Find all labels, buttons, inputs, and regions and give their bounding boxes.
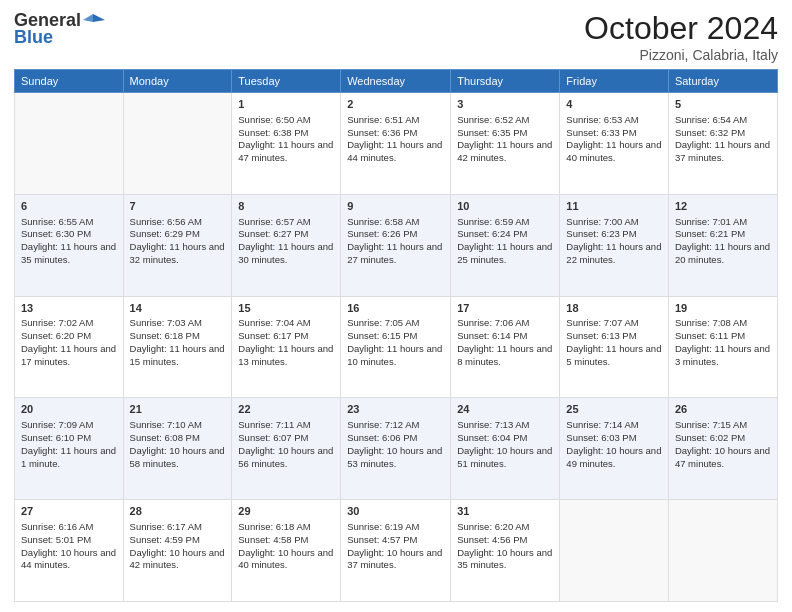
day-number: 18 xyxy=(566,301,662,316)
sunrise-text: Sunrise: 6:18 AM xyxy=(238,521,310,532)
day-number: 5 xyxy=(675,97,771,112)
daylight-text: Daylight: 11 hours and 15 minutes. xyxy=(130,343,225,367)
calendar-header-row: SundayMondayTuesdayWednesdayThursdayFrid… xyxy=(15,70,778,93)
daylight-text: Daylight: 11 hours and 32 minutes. xyxy=(130,241,225,265)
calendar-cell: 24Sunrise: 7:13 AMSunset: 6:04 PMDayligh… xyxy=(451,398,560,500)
day-number: 7 xyxy=(130,199,226,214)
sunset-text: Sunset: 6:08 PM xyxy=(130,432,200,443)
daylight-text: Daylight: 10 hours and 37 minutes. xyxy=(347,547,442,571)
day-number: 3 xyxy=(457,97,553,112)
sunrise-text: Sunrise: 6:16 AM xyxy=(21,521,93,532)
day-number: 20 xyxy=(21,402,117,417)
day-number: 15 xyxy=(238,301,334,316)
sunset-text: Sunset: 6:03 PM xyxy=(566,432,636,443)
day-number: 10 xyxy=(457,199,553,214)
sunrise-text: Sunrise: 6:52 AM xyxy=(457,114,529,125)
daylight-text: Daylight: 10 hours and 53 minutes. xyxy=(347,445,442,469)
sunset-text: Sunset: 4:57 PM xyxy=(347,534,417,545)
calendar-cell: 10Sunrise: 6:59 AMSunset: 6:24 PMDayligh… xyxy=(451,194,560,296)
day-number: 14 xyxy=(130,301,226,316)
sunrise-text: Sunrise: 7:11 AM xyxy=(238,419,310,430)
daylight-text: Daylight: 11 hours and 37 minutes. xyxy=(675,139,770,163)
sunset-text: Sunset: 6:35 PM xyxy=(457,127,527,138)
day-number: 2 xyxy=(347,97,444,112)
daylight-text: Daylight: 10 hours and 56 minutes. xyxy=(238,445,333,469)
sunset-text: Sunset: 6:11 PM xyxy=(675,330,745,341)
day-number: 28 xyxy=(130,504,226,519)
day-number: 26 xyxy=(675,402,771,417)
daylight-text: Daylight: 11 hours and 27 minutes. xyxy=(347,241,442,265)
calendar-header-friday: Friday xyxy=(560,70,669,93)
sunset-text: Sunset: 6:32 PM xyxy=(675,127,745,138)
sunrise-text: Sunrise: 6:57 AM xyxy=(238,216,310,227)
calendar-cell: 21Sunrise: 7:10 AMSunset: 6:08 PMDayligh… xyxy=(123,398,232,500)
sunrise-text: Sunrise: 6:59 AM xyxy=(457,216,529,227)
daylight-text: Daylight: 11 hours and 47 minutes. xyxy=(238,139,333,163)
sunrise-text: Sunrise: 7:00 AM xyxy=(566,216,638,227)
daylight-text: Daylight: 10 hours and 51 minutes. xyxy=(457,445,552,469)
sunset-text: Sunset: 6:14 PM xyxy=(457,330,527,341)
day-number: 29 xyxy=(238,504,334,519)
sunrise-text: Sunrise: 7:13 AM xyxy=(457,419,529,430)
svg-marker-0 xyxy=(93,14,105,22)
sunset-text: Sunset: 6:20 PM xyxy=(21,330,91,341)
calendar-cell: 23Sunrise: 7:12 AMSunset: 6:06 PMDayligh… xyxy=(341,398,451,500)
daylight-text: Daylight: 10 hours and 47 minutes. xyxy=(675,445,770,469)
sunset-text: Sunset: 6:07 PM xyxy=(238,432,308,443)
sunrise-text: Sunrise: 6:55 AM xyxy=(21,216,93,227)
sunset-text: Sunset: 6:33 PM xyxy=(566,127,636,138)
calendar-cell: 20Sunrise: 7:09 AMSunset: 6:10 PMDayligh… xyxy=(15,398,124,500)
calendar-cell: 18Sunrise: 7:07 AMSunset: 6:13 PMDayligh… xyxy=(560,296,669,398)
day-number: 17 xyxy=(457,301,553,316)
daylight-text: Daylight: 10 hours and 40 minutes. xyxy=(238,547,333,571)
daylight-text: Daylight: 11 hours and 35 minutes. xyxy=(21,241,116,265)
sunrise-text: Sunrise: 7:06 AM xyxy=(457,317,529,328)
day-number: 12 xyxy=(675,199,771,214)
calendar-week-4: 20Sunrise: 7:09 AMSunset: 6:10 PMDayligh… xyxy=(15,398,778,500)
daylight-text: Daylight: 11 hours and 17 minutes. xyxy=(21,343,116,367)
calendar-cell: 9Sunrise: 6:58 AMSunset: 6:26 PMDaylight… xyxy=(341,194,451,296)
calendar-cell: 31Sunrise: 6:20 AMSunset: 4:56 PMDayligh… xyxy=(451,500,560,602)
daylight-text: Daylight: 11 hours and 30 minutes. xyxy=(238,241,333,265)
sunrise-text: Sunrise: 6:51 AM xyxy=(347,114,419,125)
sunset-text: Sunset: 6:13 PM xyxy=(566,330,636,341)
sunset-text: Sunset: 6:36 PM xyxy=(347,127,417,138)
daylight-text: Daylight: 11 hours and 8 minutes. xyxy=(457,343,552,367)
day-number: 23 xyxy=(347,402,444,417)
day-number: 9 xyxy=(347,199,444,214)
calendar-cell: 5Sunrise: 6:54 AMSunset: 6:32 PMDaylight… xyxy=(668,93,777,195)
calendar-week-5: 27Sunrise: 6:16 AMSunset: 5:01 PMDayligh… xyxy=(15,500,778,602)
calendar-week-2: 6Sunrise: 6:55 AMSunset: 6:30 PMDaylight… xyxy=(15,194,778,296)
title-block: October 2024 Pizzoni, Calabria, Italy xyxy=(584,10,778,63)
daylight-text: Daylight: 11 hours and 10 minutes. xyxy=(347,343,442,367)
calendar-cell: 6Sunrise: 6:55 AMSunset: 6:30 PMDaylight… xyxy=(15,194,124,296)
calendar-cell: 2Sunrise: 6:51 AMSunset: 6:36 PMDaylight… xyxy=(341,93,451,195)
calendar-cell: 26Sunrise: 7:15 AMSunset: 6:02 PMDayligh… xyxy=(668,398,777,500)
sunset-text: Sunset: 6:04 PM xyxy=(457,432,527,443)
calendar-cell xyxy=(15,93,124,195)
daylight-text: Daylight: 11 hours and 20 minutes. xyxy=(675,241,770,265)
daylight-text: Daylight: 10 hours and 44 minutes. xyxy=(21,547,116,571)
calendar-cell: 12Sunrise: 7:01 AMSunset: 6:21 PMDayligh… xyxy=(668,194,777,296)
calendar-cell: 3Sunrise: 6:52 AMSunset: 6:35 PMDaylight… xyxy=(451,93,560,195)
sunset-text: Sunset: 6:38 PM xyxy=(238,127,308,138)
sunrise-text: Sunrise: 7:04 AM xyxy=(238,317,310,328)
calendar-cell: 16Sunrise: 7:05 AMSunset: 6:15 PMDayligh… xyxy=(341,296,451,398)
sunrise-text: Sunrise: 7:12 AM xyxy=(347,419,419,430)
calendar-header-thursday: Thursday xyxy=(451,70,560,93)
sunset-text: Sunset: 6:17 PM xyxy=(238,330,308,341)
calendar-cell: 30Sunrise: 6:19 AMSunset: 4:57 PMDayligh… xyxy=(341,500,451,602)
sunrise-text: Sunrise: 7:07 AM xyxy=(566,317,638,328)
calendar-cell: 28Sunrise: 6:17 AMSunset: 4:59 PMDayligh… xyxy=(123,500,232,602)
daylight-text: Daylight: 10 hours and 42 minutes. xyxy=(130,547,225,571)
svg-marker-1 xyxy=(83,14,93,22)
day-number: 27 xyxy=(21,504,117,519)
sunrise-text: Sunrise: 7:14 AM xyxy=(566,419,638,430)
day-number: 4 xyxy=(566,97,662,112)
calendar-header-monday: Monday xyxy=(123,70,232,93)
daylight-text: Daylight: 11 hours and 5 minutes. xyxy=(566,343,661,367)
location: Pizzoni, Calabria, Italy xyxy=(584,47,778,63)
day-number: 22 xyxy=(238,402,334,417)
sunrise-text: Sunrise: 7:03 AM xyxy=(130,317,202,328)
page: General Blue October 2024 Pizzoni, Calab… xyxy=(0,0,792,612)
